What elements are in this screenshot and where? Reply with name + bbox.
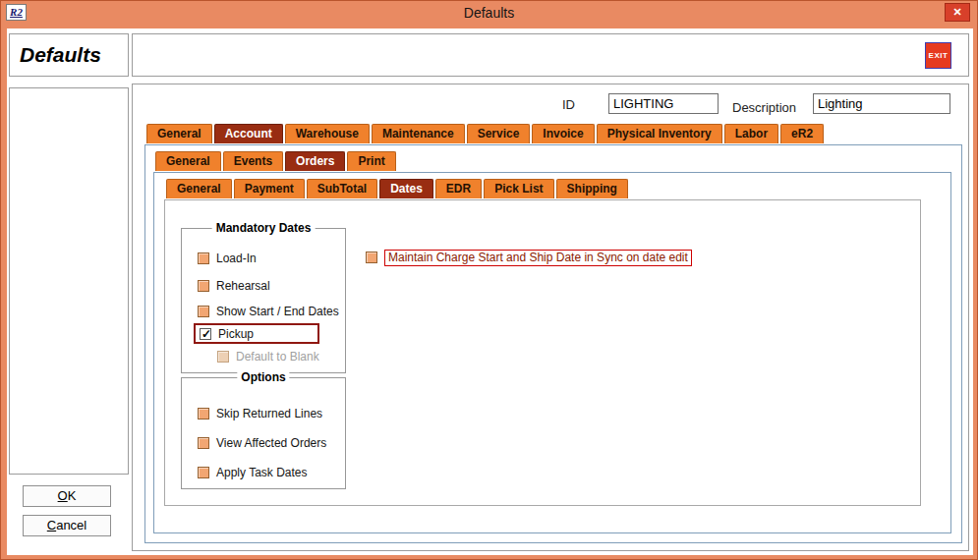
options-group: Options Skip Returned Lines View Affecte… xyxy=(181,377,346,489)
skip-returned-lines-checkbox[interactable] xyxy=(198,408,209,420)
description-label: Description xyxy=(732,100,796,115)
default-to-blank-label: Default to Blank xyxy=(236,350,319,364)
load-in-row[interactable]: Load-In xyxy=(198,251,257,266)
rehearsal-checkbox[interactable] xyxy=(198,280,209,292)
account-panel: General Events Orders Print General Paym… xyxy=(144,144,962,543)
id-input[interactable] xyxy=(608,93,719,114)
rehearsal-label: Rehearsal xyxy=(216,279,270,293)
cancel-button[interactable]: Cancel xyxy=(23,515,111,536)
sidebar-listbox[interactable] xyxy=(9,87,129,475)
sync-row[interactable]: Maintain Charge Start and Ship Date in S… xyxy=(366,250,692,265)
orders-tab-bar: General Payment SubTotal Dates EDR Pick … xyxy=(166,179,628,198)
rehearsal-row[interactable]: Rehearsal xyxy=(198,278,270,294)
orders-tab-shipping[interactable]: Shipping xyxy=(556,179,628,198)
main-tab-account[interactable]: Account xyxy=(214,124,283,143)
main-tab-maintenance[interactable]: Maintenance xyxy=(372,124,465,143)
close-button[interactable]: ✕ xyxy=(945,3,970,22)
skip-returned-lines-label: Skip Returned Lines xyxy=(216,407,322,420)
account-tab-events[interactable]: Events xyxy=(223,151,283,171)
account-tab-orders[interactable]: Orders xyxy=(285,151,345,171)
orders-tab-general[interactable]: General xyxy=(166,179,232,198)
page-title: Defaults xyxy=(10,34,128,76)
pickup-checkbox[interactable] xyxy=(200,328,211,340)
id-label: ID xyxy=(562,97,575,112)
main-tab-general[interactable]: General xyxy=(146,124,212,143)
skip-returned-lines-row[interactable]: Skip Returned Lines xyxy=(198,406,322,421)
ok-button[interactable]: OK xyxy=(23,485,111,507)
main-tab-er2[interactable]: eR2 xyxy=(780,124,824,143)
account-tab-bar: General Events Orders Print xyxy=(155,151,396,171)
mandatory-dates-group: Mandatory Dates Load-In Rehearsal xyxy=(181,228,346,373)
orders-tab-pick-list[interactable]: Pick List xyxy=(484,179,553,198)
orders-tab-dates[interactable]: Dates xyxy=(379,179,433,198)
main-tab-labor[interactable]: Labor xyxy=(724,124,778,143)
window-body: Defaults OK Cancel EXIT ID Description G… xyxy=(7,28,973,555)
mandatory-dates-title: Mandatory Dates xyxy=(212,221,316,235)
view-affected-orders-label: View Affected Orders xyxy=(216,436,326,450)
main-tab-invoice[interactable]: Invoice xyxy=(532,124,594,143)
toolbar: EXIT xyxy=(132,33,969,77)
pickup-focus-ring: Pickup xyxy=(194,323,319,344)
defaults-window: R2 Defaults ✕ Defaults OK Cancel EXIT ID… xyxy=(0,0,978,560)
dates-content-panel: Mandatory Dates Load-In Rehearsal xyxy=(164,199,921,506)
apply-task-dates-label: Apply Task Dates xyxy=(216,466,308,479)
view-affected-orders-row[interactable]: View Affected Orders xyxy=(198,435,326,451)
account-tab-general[interactable]: General xyxy=(155,151,221,171)
main-tab-warehouse[interactable]: Warehouse xyxy=(285,124,370,143)
pickup-label: Pickup xyxy=(218,327,254,341)
sync-label: Maintain Charge Start and Ship Date in S… xyxy=(384,250,692,266)
titlebar: R2 Defaults ✕ xyxy=(1,1,977,25)
show-start-end-checkbox[interactable] xyxy=(198,306,209,317)
orders-panel: General Payment SubTotal Dates EDR Pick … xyxy=(153,172,951,533)
description-input[interactable] xyxy=(813,93,950,114)
options-title: Options xyxy=(237,370,289,384)
orders-tab-payment[interactable]: Payment xyxy=(234,179,305,198)
main-tab-service[interactable]: Service xyxy=(467,124,531,143)
main-tab-bar: General Account Warehouse Maintenance Se… xyxy=(146,124,824,143)
sync-checkbox[interactable] xyxy=(366,252,377,263)
window-title: Defaults xyxy=(1,5,977,21)
apply-task-dates-checkbox[interactable] xyxy=(198,467,209,478)
load-in-label: Load-In xyxy=(216,252,257,265)
orders-tab-subtotal[interactable]: SubTotal xyxy=(307,179,377,198)
sidebar-header: Defaults xyxy=(9,33,129,77)
orders-tab-edr[interactable]: EDR xyxy=(435,179,482,198)
show-start-end-label: Show Start / End Dates xyxy=(216,305,339,318)
main-tab-physical-inventory[interactable]: Physical Inventory xyxy=(597,124,722,143)
default-to-blank-row[interactable]: Default to Blank xyxy=(217,349,319,364)
exit-button[interactable]: EXIT xyxy=(925,42,951,69)
view-affected-orders-checkbox[interactable] xyxy=(198,437,209,449)
account-tab-print[interactable]: Print xyxy=(347,151,395,171)
pickup-row[interactable]: Pickup xyxy=(200,326,254,342)
apply-task-dates-row[interactable]: Apply Task Dates xyxy=(198,465,308,480)
default-to-blank-checkbox[interactable] xyxy=(217,351,229,363)
show-start-end-row[interactable]: Show Start / End Dates xyxy=(198,304,339,319)
load-in-checkbox[interactable] xyxy=(198,252,209,264)
main-panel: ID Description General Account Warehouse… xyxy=(132,84,969,551)
